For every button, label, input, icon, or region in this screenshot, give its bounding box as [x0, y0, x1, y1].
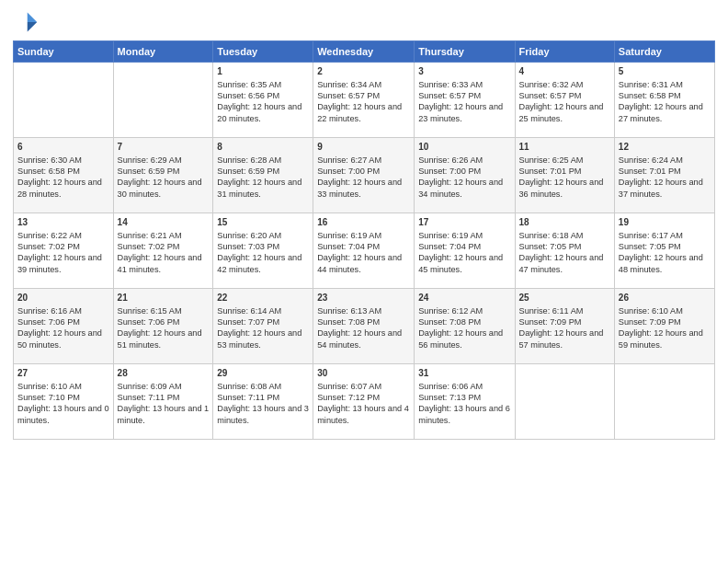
logo-icon [13, 9, 39, 35]
calendar-cell: 20Sunrise: 6:16 AM Sunset: 7:06 PM Dayli… [14, 289, 114, 364]
col-header-wednesday: Wednesday [313, 41, 415, 63]
week-row-5: 27Sunrise: 6:10 AM Sunset: 7:10 PM Dayli… [14, 364, 715, 440]
day-info: Sunrise: 6:21 AM Sunset: 7:02 PM Dayligh… [118, 231, 202, 274]
day-info: Sunrise: 6:09 AM Sunset: 7:11 PM Dayligh… [118, 382, 210, 425]
day-number: 24 [418, 292, 510, 304]
calendar-cell: 15Sunrise: 6:20 AM Sunset: 7:03 PM Dayli… [213, 213, 313, 289]
calendar-cell: 13Sunrise: 6:22 AM Sunset: 7:02 PM Dayli… [14, 213, 114, 289]
week-row-4: 20Sunrise: 6:16 AM Sunset: 7:06 PM Dayli… [14, 289, 715, 364]
calendar-cell: 1Sunrise: 6:35 AM Sunset: 6:56 PM Daylig… [213, 63, 313, 138]
calendar-cell: 5Sunrise: 6:31 AM Sunset: 6:58 PM Daylig… [614, 63, 714, 138]
day-number: 18 [519, 216, 610, 229]
day-info: Sunrise: 6:19 AM Sunset: 7:04 PM Dayligh… [317, 231, 402, 274]
day-number: 4 [519, 65, 610, 78]
day-number: 14 [118, 216, 210, 229]
col-header-saturday: Saturday [614, 41, 714, 63]
header-row: SundayMondayTuesdayWednesdayThursdayFrid… [14, 41, 715, 63]
day-number: 9 [317, 141, 410, 154]
calendar-cell: 29Sunrise: 6:08 AM Sunset: 7:11 PM Dayli… [213, 364, 313, 440]
calendar-cell: 28Sunrise: 6:09 AM Sunset: 7:11 PM Dayli… [113, 364, 213, 440]
day-number: 30 [317, 367, 410, 380]
day-info: Sunrise: 6:20 AM Sunset: 7:03 PM Dayligh… [217, 231, 301, 274]
day-info: Sunrise: 6:30 AM Sunset: 6:58 PM Dayligh… [17, 155, 102, 199]
calendar-cell: 18Sunrise: 6:18 AM Sunset: 7:05 PM Dayli… [515, 213, 614, 289]
calendar-cell: 10Sunrise: 6:26 AM Sunset: 7:00 PM Dayli… [415, 138, 515, 213]
calendar-cell: 11Sunrise: 6:25 AM Sunset: 7:01 PM Dayli… [515, 138, 614, 213]
calendar-cell: 31Sunrise: 6:06 AM Sunset: 7:13 PM Dayli… [415, 364, 515, 440]
day-number: 27 [17, 367, 109, 380]
day-number: 23 [317, 292, 410, 304]
calendar-cell: 3Sunrise: 6:33 AM Sunset: 6:57 PM Daylig… [415, 63, 515, 138]
day-info: Sunrise: 6:24 AM Sunset: 7:01 PM Dayligh… [619, 155, 703, 199]
day-info: Sunrise: 6:18 AM Sunset: 7:05 PM Dayligh… [519, 231, 604, 274]
day-info: Sunrise: 6:16 AM Sunset: 7:06 PM Dayligh… [17, 306, 102, 350]
day-info: Sunrise: 6:13 AM Sunset: 7:08 PM Dayligh… [317, 306, 402, 350]
col-header-tuesday: Tuesday [213, 41, 313, 63]
day-number: 15 [217, 216, 309, 229]
calendar-cell: 2Sunrise: 6:34 AM Sunset: 6:57 PM Daylig… [313, 63, 415, 138]
day-number: 13 [17, 216, 109, 229]
calendar-cell: 6Sunrise: 6:30 AM Sunset: 6:58 PM Daylig… [14, 138, 114, 213]
day-info: Sunrise: 6:14 AM Sunset: 7:07 PM Dayligh… [217, 306, 301, 350]
calendar-cell: 4Sunrise: 6:32 AM Sunset: 6:57 PM Daylig… [515, 63, 614, 138]
calendar-cell: 12Sunrise: 6:24 AM Sunset: 7:01 PM Dayli… [614, 138, 714, 213]
logo [13, 9, 42, 35]
day-number: 17 [418, 216, 510, 229]
page: SundayMondayTuesdayWednesdayThursdayFrid… [0, 0, 728, 563]
day-info: Sunrise: 6:35 AM Sunset: 6:56 PM Dayligh… [217, 80, 301, 123]
calendar-cell [614, 364, 714, 440]
col-header-monday: Monday [113, 41, 213, 63]
calendar-cell: 8Sunrise: 6:28 AM Sunset: 6:59 PM Daylig… [213, 138, 313, 213]
day-info: Sunrise: 6:31 AM Sunset: 6:58 PM Dayligh… [619, 80, 703, 123]
day-number: 5 [619, 65, 711, 78]
day-number: 10 [418, 141, 510, 154]
calendar-cell: 17Sunrise: 6:19 AM Sunset: 7:04 PM Dayli… [415, 213, 515, 289]
day-info: Sunrise: 6:26 AM Sunset: 7:00 PM Dayligh… [418, 155, 503, 199]
calendar-cell: 22Sunrise: 6:14 AM Sunset: 7:07 PM Dayli… [213, 289, 313, 364]
header [13, 9, 715, 35]
day-number: 22 [217, 292, 309, 304]
day-number: 6 [17, 141, 109, 154]
svg-marker-0 [28, 13, 38, 23]
day-info: Sunrise: 6:34 AM Sunset: 6:57 PM Dayligh… [317, 80, 402, 123]
day-number: 20 [17, 292, 109, 304]
day-number: 1 [217, 65, 309, 78]
calendar-cell: 9Sunrise: 6:27 AM Sunset: 7:00 PM Daylig… [313, 138, 415, 213]
col-header-friday: Friday [515, 41, 614, 63]
calendar-cell: 27Sunrise: 6:10 AM Sunset: 7:10 PM Dayli… [14, 364, 114, 440]
day-number: 31 [418, 367, 510, 380]
day-number: 7 [118, 141, 210, 154]
svg-marker-1 [28, 22, 38, 32]
day-info: Sunrise: 6:32 AM Sunset: 6:57 PM Dayligh… [519, 80, 604, 123]
calendar-cell: 16Sunrise: 6:19 AM Sunset: 7:04 PM Dayli… [313, 213, 415, 289]
day-number: 3 [418, 65, 510, 78]
calendar-cell: 21Sunrise: 6:15 AM Sunset: 7:06 PM Dayli… [113, 289, 213, 364]
week-row-3: 13Sunrise: 6:22 AM Sunset: 7:02 PM Dayli… [14, 213, 715, 289]
day-number: 19 [619, 216, 711, 229]
calendar-cell: 30Sunrise: 6:07 AM Sunset: 7:12 PM Dayli… [313, 364, 415, 440]
day-number: 2 [317, 65, 410, 78]
col-header-sunday: Sunday [14, 41, 114, 63]
col-header-thursday: Thursday [415, 41, 515, 63]
day-info: Sunrise: 6:27 AM Sunset: 7:00 PM Dayligh… [317, 155, 402, 199]
day-info: Sunrise: 6:33 AM Sunset: 6:57 PM Dayligh… [418, 80, 503, 123]
day-number: 26 [619, 292, 711, 304]
day-info: Sunrise: 6:15 AM Sunset: 7:06 PM Dayligh… [118, 306, 202, 350]
calendar-cell [113, 63, 213, 138]
day-info: Sunrise: 6:10 AM Sunset: 7:09 PM Dayligh… [619, 306, 703, 350]
day-number: 28 [118, 367, 210, 380]
day-info: Sunrise: 6:17 AM Sunset: 7:05 PM Dayligh… [619, 231, 703, 274]
calendar-cell [515, 364, 614, 440]
day-info: Sunrise: 6:10 AM Sunset: 7:10 PM Dayligh… [17, 382, 109, 425]
calendar-cell: 25Sunrise: 6:11 AM Sunset: 7:09 PM Dayli… [515, 289, 614, 364]
day-info: Sunrise: 6:22 AM Sunset: 7:02 PM Dayligh… [17, 231, 102, 274]
calendar-table: SundayMondayTuesdayWednesdayThursdayFrid… [13, 40, 715, 440]
day-info: Sunrise: 6:12 AM Sunset: 7:08 PM Dayligh… [418, 306, 503, 350]
day-number: 25 [519, 292, 610, 304]
day-info: Sunrise: 6:28 AM Sunset: 6:59 PM Dayligh… [217, 155, 301, 199]
week-row-1: 1Sunrise: 6:35 AM Sunset: 6:56 PM Daylig… [14, 63, 715, 138]
calendar-cell: 19Sunrise: 6:17 AM Sunset: 7:05 PM Dayli… [614, 213, 714, 289]
day-number: 11 [519, 141, 610, 154]
calendar-cell: 7Sunrise: 6:29 AM Sunset: 6:59 PM Daylig… [113, 138, 213, 213]
day-number: 8 [217, 141, 309, 154]
